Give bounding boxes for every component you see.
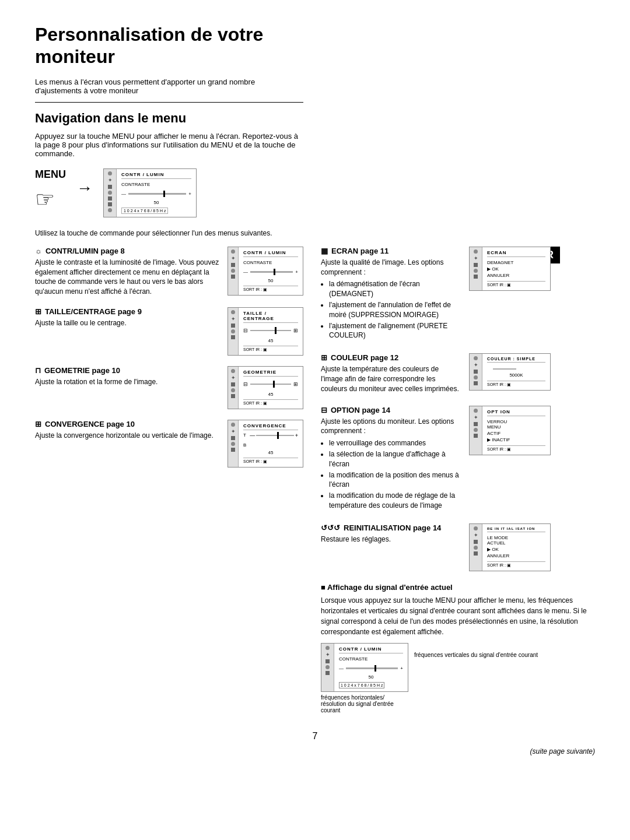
ecran-text: ▦ ECRAN page 11 Ajuste la qualité de l'i… [321, 247, 461, 342]
option-title: ⊟ OPTION page 14 [321, 406, 461, 414]
contr-lumin-desc: Ajuste le contraste et la luminosité de … [35, 258, 219, 297]
ecran-title: ▦ ECRAN page 11 [321, 247, 461, 255]
convergence-text: ⊞ CONVERGENCE page 10 Ajuste la converge… [35, 420, 219, 441]
geometrie-desc: Ajuste la rotation et la forme de l'imag… [35, 377, 219, 387]
convergence-desc: Ajuste la convergence horizontale ou ver… [35, 431, 219, 441]
ecran-icon: ▦ [321, 247, 328, 255]
couleur-text: ⊞ COULEUR page 12 Ajuste la température … [321, 353, 461, 393]
couleur-line [493, 368, 516, 370]
menu-label: MENU [35, 168, 66, 181]
conv-tb-labels: T B — + [243, 433, 298, 448]
taille-desc: Ajuste la taille ou le centrage. [35, 318, 219, 328]
reinit-desc: Restaure les réglages. [321, 535, 461, 544]
screen-freq-main: 1 0 2 4 x 7 6 8 / 8 5 H z [121, 208, 168, 214]
contr-lumin-section: ☼ CONTR/LUMIN page 8 Ajuste le contraste… [35, 247, 303, 297]
signal-label-bottom: fréquences horizontales/ résolution du s… [321, 694, 397, 714]
screen-sidebar: ✦ [104, 169, 117, 217]
taille-icon: ⊞ [35, 307, 41, 316]
sidebar-sq [108, 185, 112, 189]
signal-label-right: fréquences verticales du signal d'entrée… [414, 651, 538, 659]
taille-title: ⊞ TAILLE/CENTRAGE page 9 [35, 307, 219, 316]
geometrie-title: ⊓ GEOMETRIE page 10 [35, 366, 219, 375]
main-content: ☼ CONTR/LUMIN page 8 Ajuste le contraste… [35, 247, 595, 714]
ecran-bullets: la démagnétisation de l'écran (DEMAGNET)… [321, 279, 461, 340]
option-text: ⊟ OPTION page 14 Ajuste les options du m… [321, 406, 461, 512]
slider-thumb [163, 191, 165, 197]
signal-title: ■ Affichage du signal d'entrée actuel [321, 583, 595, 592]
convergence-title: ⊞ CONVERGENCE page 10 [35, 420, 219, 428]
signal-diagram: ✦ CONTR / LUMIN CONTRASTE — [321, 643, 595, 714]
ecran-desc: Ajuste la qualité de l'image. Les option… [321, 258, 461, 277]
taille-diagram: ⊟ ⊞ [243, 328, 298, 333]
contr-lumin-text: ☼ CONTR/LUMIN page 8 Ajuste le contraste… [35, 247, 219, 297]
couleur-desc: Ajuste la température des couleurs de l'… [321, 364, 461, 393]
signal-screen: ✦ CONTR / LUMIN CONTRASTE — [321, 643, 408, 692]
taille-text: ⊞ TAILLE/CENTRAGE page 9 Ajuste la taill… [35, 307, 219, 328]
intro-text: Les menus à l'écran vous permettent d'ap… [35, 78, 303, 95]
taille-centrage-section: ⊞ TAILLE/CENTRAGE page 9 Ajuste la taill… [35, 307, 303, 356]
contr-lumin-icon: ☼ [35, 247, 42, 255]
menu-section: MENU ☞ → ✦ CONTR / LUMIN CONTRASTE — + 5… [35, 168, 595, 217]
option-bullets: le verrouillage des commandes la sélecti… [321, 438, 461, 511]
option-icon: ⊟ [321, 406, 327, 414]
geometrie-screen: ✦ GEOMETRIE ⊟ ⊞ [228, 366, 303, 409]
slider-value: 50 [121, 200, 191, 205]
contr-lumin-screen-content: CONTR / LUMIN CONTRASTE — + 50 SORT IR :… [239, 247, 303, 295]
reinit-icon: ↺↺↺ [321, 523, 340, 532]
menu-usage-text: Utilisez la touche de commande pour séle… [35, 229, 303, 237]
ecran-screen: ✦ ECRAN DEMAGNET OK ANNULER SORT IR : ▣ [469, 247, 551, 291]
right-col-wrapper: FR ▦ ECRAN page 11 Ajuste la qualité de … [321, 247, 595, 714]
menu-screen-content: CONTR / LUMIN CONTRASTE — + 50 1 0 2 4 x… [117, 169, 196, 217]
option-section: ⊟ OPTION page 14 Ajuste les options du m… [321, 406, 595, 512]
couleur-screen: ✦ COULEUR : SIMPLE 5000K SORT IR : ▣ [469, 353, 551, 391]
signal-screen-group: ✦ CONTR / LUMIN CONTRASTE — [321, 643, 408, 714]
sidebar-dot2 [108, 191, 112, 195]
sidebar-dot [108, 171, 112, 175]
suite-text: (suite page suivante) [35, 747, 595, 755]
couleur-icon: ⊞ [321, 353, 327, 362]
main-menu-screen: ✦ CONTR / LUMIN CONTRASTE — + 50 1 0 2 4… [103, 168, 197, 217]
screen-slider: — + [121, 191, 191, 196]
signal-section: ■ Affichage du signal d'entrée actuel Lo… [321, 583, 595, 714]
contr-lumin-title: ☼ CONTR/LUMIN page 8 [35, 247, 219, 255]
convergence-screen: ✦ CONVERGENCE T B [228, 420, 303, 468]
convergence-icon: ⊞ [35, 420, 41, 428]
taille-screen: ✦ TAILLE / CENTRAGE ⊟ ⊞ [228, 307, 303, 356]
screen-item-contraste: CONTRASTE [121, 181, 191, 188]
left-column: ☼ CONTR/LUMIN page 8 Ajuste le contraste… [35, 247, 303, 714]
sidebar-sq3 [108, 202, 112, 206]
reinit-text: ↺↺↺ REINITIALISATION page 14 Restaure le… [321, 523, 461, 544]
reinit-section: ↺↺↺ REINITIALISATION page 14 Restaure le… [321, 523, 595, 571]
option-desc: Ajuste les options du moniteur. Les opti… [321, 417, 461, 437]
reinit-title: ↺↺↺ REINITIALISATION page 14 [321, 523, 461, 532]
slider-track [128, 193, 186, 195]
nav-intro: Appuyez sur la touche MENU pour afficher… [35, 132, 303, 158]
signal-desc: Lorsque vous appuyez sur la touche MENU … [321, 595, 595, 637]
sidebar-sq2 [108, 196, 112, 201]
screen-title-main: CONTR / LUMIN [121, 172, 191, 179]
menu-arrow: → [76, 179, 93, 198]
option-screen: ✦ OPT ION VERROUMENU ACTIF INACTIF SORT … [469, 406, 551, 455]
contr-lumin-screen: ✦ CONTR / LUMIN CONTRASTE — [228, 247, 303, 296]
page-number: 7 [35, 731, 595, 741]
screen-sidebar-cl: ✦ [228, 247, 239, 295]
nav-title: Navigation dans le menu [35, 111, 595, 126]
sidebar-star: ✦ [108, 177, 113, 183]
page-title: Personnalisation de votre moniteur [35, 23, 595, 68]
reinit-screen: ✦ RE IN IT IAL ISAT ION LE MODEACTUEL OK… [469, 523, 551, 571]
right-column: FR ▦ ECRAN page 11 Ajuste la qualité de … [321, 247, 595, 714]
geometrie-icon: ⊓ [35, 366, 41, 375]
couleur-section: ⊞ COULEUR page 12 Ajuste la température … [321, 353, 595, 393]
convergence-section: ⊞ CONVERGENCE page 10 Ajuste la converge… [35, 420, 303, 468]
signal-freq-box: 1 0 2 4 x 7 6 8 / 8 5 H z [339, 682, 384, 688]
couleur-title: ⊞ COULEUR page 12 [321, 353, 461, 362]
geometrie-text: ⊓ GEOMETRIE page 10 Ajuste la rotation e… [35, 366, 219, 387]
hand-icon: ☞ [35, 187, 66, 212]
geometrie-section: ⊓ GEOMETRIE page 10 Ajuste la rotation e… [35, 366, 303, 409]
sidebar-dot3 [108, 208, 112, 212]
